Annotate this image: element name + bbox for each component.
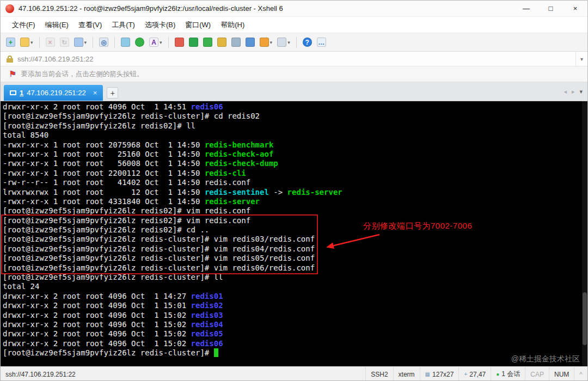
title-bar: 47.106.219.251:22 - root@izwz9ef5sjam9pv…	[1, 1, 587, 17]
status-caret: ^	[574, 367, 587, 381]
terminal-line: [root@izwz9ef5sjam9pvfyiz26lz redis-clus…	[3, 273, 587, 282]
menu-item-4[interactable]: 选项卡(B)	[140, 17, 180, 33]
terminal-line: drwxr-xr-x 2 root root 4096 Oct 1 15:02 …	[3, 320, 587, 329]
dropdown-caret-icon: ▾	[84, 40, 87, 45]
terminal-line: drwxr-xr-x 2 root root 4096 Oct 1 15:02 …	[3, 339, 587, 348]
tab-nav: ◂ ▸ ▾	[564, 82, 583, 101]
terminal-line: lrwxrwxrwx 1 root root 12 Oct 1 14:50 re…	[3, 188, 587, 197]
status-size: ▦127x27	[420, 367, 459, 381]
terminal-line: [root@izwz9ef5sjam9pvfyiz26lz redis-clus…	[3, 254, 587, 263]
status-session-count: ●1 会话	[491, 367, 525, 381]
properties-icon[interactable]	[120, 36, 131, 48]
font-icon[interactable]: A▾	[148, 36, 163, 48]
find-icon[interactable]: ◎	[98, 36, 109, 48]
status-cursor-position: +27,47	[458, 367, 491, 381]
address-text[interactable]: ssh://47.106.219.251:22	[17, 55, 571, 63]
file-transfer-icon[interactable]: ▾	[73, 36, 88, 48]
menu-item-6[interactable]: 帮助(H)	[216, 17, 249, 33]
tab-list-dropdown-icon[interactable]: ▾	[579, 88, 583, 95]
new-session-icon[interactable]: +	[5, 36, 16, 48]
chat-icon[interactable]: …	[316, 36, 327, 48]
xshell-app-icon	[5, 4, 14, 13]
close-button[interactable]: ×	[563, 1, 587, 16]
terminal-line: drwxr-xr-x 2 root root 4096 Oct 1 14:27 …	[3, 292, 587, 301]
menu-item-5[interactable]: 窗口(W)	[180, 17, 216, 33]
menu-item-3[interactable]: 工具(T)	[107, 17, 140, 33]
terminal-line: [root@izwz9ef5sjam9pvfyiz26lz redis-clus…	[3, 348, 587, 358]
session-tab-monitor-icon	[10, 90, 16, 95]
terminal-line: [root@izwz9ef5sjam9pvfyiz26lz redis02]# …	[3, 206, 587, 216]
tab-scroll-left-icon[interactable]: ◂	[564, 88, 567, 95]
address-bar: ssh://47.106.219.251:22 ▾	[1, 52, 587, 66]
toolbar-separator	[93, 37, 93, 48]
menu-item-1[interactable]: 编辑(E)	[40, 17, 74, 33]
terminal-icon[interactable]	[188, 36, 199, 48]
connect-icon[interactable]	[134, 36, 145, 48]
terminal-line: -rw-r--r-- 1 root root 41402 Oct 1 14:50…	[3, 178, 587, 187]
tab-close-icon[interactable]: ×	[93, 89, 97, 97]
address-dropdown-icon[interactable]: ▾	[575, 52, 587, 66]
scrollbar-thumb[interactable]	[583, 292, 587, 345]
status-protocol: SSH2	[365, 367, 393, 381]
terminal[interactable]: drwxr-xr-x 2 root root 4096 Oct 1 14:51 …	[1, 101, 587, 366]
terminal-line: drwxr-xr-x 2 root root 4096 Oct 1 14:51 …	[3, 102, 587, 112]
terminal-line: -rwxr-xr-x 1 root root 2200112 Oct 1 14:…	[3, 169, 587, 178]
flag-icon[interactable]: ⚑	[9, 69, 16, 79]
status-items: SSH2xterm▦127x27+27,47●1 会话CAPNUM^	[365, 367, 587, 381]
hint-text: 要添加当前会话，点击左侧的箭头按钮。	[21, 70, 143, 79]
terminal-scrollbar[interactable]	[582, 101, 587, 366]
terminal-line: drwxr-xr-x 2 root root 4096 Oct 1 15:01 …	[3, 301, 587, 310]
terminal-line: [root@izwz9ef5sjam9pvfyiz26lz redis02]# …	[3, 216, 587, 225]
reconnect-icon[interactable]: ↻	[59, 36, 70, 48]
terminal-line: [root@izwz9ef5sjam9pvfyiz26lz redis-clus…	[3, 263, 587, 273]
chart-icon[interactable]	[230, 36, 242, 48]
menu-item-0[interactable]: 文件(F)	[7, 17, 40, 33]
terminal-output: drwxr-xr-x 2 root root 4096 Oct 1 14:51 …	[1, 101, 587, 358]
status-caps-lock: CAP	[525, 367, 549, 381]
terminal-line: drwxr-xr-x 2 root root 4096 Oct 1 15:02 …	[3, 311, 587, 320]
status-terminal-type: xterm	[393, 367, 420, 381]
annotation-note: 分别修改端口号为7002-7006	[363, 221, 472, 231]
terminal-line: [root@izwz9ef5sjam9pvfyiz26lz redis-clus…	[3, 235, 587, 244]
toolbar: +▾×↻▾◎A▾▾▾?…	[1, 33, 587, 52]
terminal-line: -rwxr-xr-x 1 root root 25160 Oct 1 14:50…	[3, 150, 587, 159]
session-lock-icon	[7, 56, 13, 63]
send-icon[interactable]	[174, 36, 185, 48]
dropdown-caret-icon: ▾	[160, 40, 162, 45]
dropdown-caret-icon: ▾	[30, 40, 33, 45]
terminal-line: drwxr-xr-x 2 root root 4096 Oct 1 15:02 …	[3, 329, 587, 339]
status-address: ssh://47.106.219.251:22	[5, 371, 76, 378]
layout-icon[interactable]: ▾	[276, 36, 291, 48]
status-bar: ssh://47.106.219.251:22 SSH2xterm▦127x27…	[1, 366, 587, 381]
folder-orange-icon[interactable]: ▾	[259, 36, 274, 48]
toolbar-separator	[39, 37, 40, 48]
session-tab[interactable]: 1 47.106.219.251:22 ×	[4, 85, 103, 101]
toolbar-separator	[168, 37, 169, 48]
window-title: 47.106.219.251:22 - root@izwz9ef5sjam9pv…	[19, 4, 283, 13]
terminal-line: [root@izwz9ef5sjam9pvfyiz26lz redis-clus…	[3, 112, 587, 121]
tab-bar: 1 47.106.219.251:22 × + ◂ ▸ ▾	[1, 82, 587, 101]
maximize-button[interactable]: □	[538, 1, 563, 16]
pen-icon[interactable]	[244, 36, 256, 48]
terminal-line: -rwxr-xr-x 1 root root 56008 Oct 1 14:50…	[3, 159, 587, 168]
terminal-line: total 8540	[3, 131, 587, 140]
minimize-button[interactable]: —	[514, 1, 538, 16]
fullscreen-icon[interactable]	[202, 36, 213, 48]
lock-icon[interactable]	[216, 36, 228, 48]
terminal-line: -rwxr-xr-x 1 root root 2075968 Oct 1 14:…	[3, 140, 587, 150]
menu-bar: 文件(F)编辑(E)查看(V)工具(T)选项卡(B)窗口(W)帮助(H)	[1, 17, 587, 33]
xshell-window: { "window": { "title": "47.106.219.251:2…	[0, 0, 588, 381]
help-icon[interactable]: ?	[302, 36, 313, 48]
toolbar-separator	[114, 37, 115, 48]
menu-item-2[interactable]: 查看(V)	[74, 17, 107, 33]
new-tab-button[interactable]: +	[107, 87, 118, 99]
terminal-line: [root@izwz9ef5sjam9pvfyiz26lz redis-clus…	[3, 244, 587, 254]
tab-scroll-right-icon[interactable]: ▸	[572, 88, 575, 95]
window-controls: — □ ×	[514, 1, 587, 16]
session-tab-label: 47.106.219.251:22	[27, 89, 85, 97]
hint-bar: ⚑ 要添加当前会话，点击左侧的箭头按钮。	[1, 66, 587, 82]
watermark: @稀土掘金技术社区	[511, 354, 580, 364]
open-session-icon[interactable]: ▾	[19, 36, 34, 48]
disconnect-icon[interactable]: ×	[45, 36, 56, 48]
terminal-line: [root@izwz9ef5sjam9pvfyiz26lz redis02]# …	[3, 225, 587, 235]
